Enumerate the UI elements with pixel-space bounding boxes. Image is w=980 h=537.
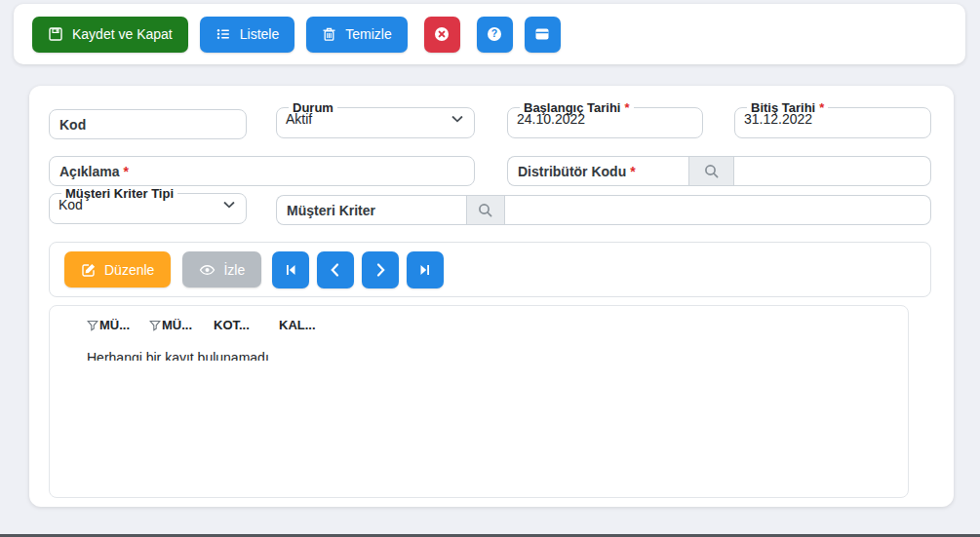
trash-icon <box>322 26 336 42</box>
nav-next-button[interactable] <box>362 251 399 288</box>
grid-header-row: MÜ... MÜ... KOT... KAL... <box>87 318 908 332</box>
musteri-kriter-search-button[interactable] <box>466 195 505 225</box>
distributor-search-button[interactable] <box>688 156 734 186</box>
eye-icon <box>199 262 216 278</box>
list-label: Listele <box>240 26 279 42</box>
view-label: İzle <box>223 262 245 278</box>
clear-label: Temizle <box>345 26 391 42</box>
question-circle-icon: ? <box>486 25 503 43</box>
list-button[interactable]: Listele <box>200 17 294 53</box>
edit-button[interactable]: Düzenle <box>64 251 171 288</box>
filter-icon[interactable] <box>149 320 161 331</box>
form-row-1: Kod Durum Aktif Başlangıç Tarihi* 24.10.… <box>49 101 931 148</box>
baslangic-tarihi-value: 24.10.2022 <box>517 111 585 127</box>
close-button[interactable] <box>424 17 460 53</box>
save-icon <box>48 26 63 42</box>
nav-first-button[interactable] <box>272 251 309 288</box>
results-grid: MÜ... MÜ... KOT... KAL... Herhangi bir k… <box>49 305 909 498</box>
search-icon <box>703 163 721 180</box>
distributor-kodu-group: Distribütör Kodu* <box>507 156 931 186</box>
window-button[interactable] <box>525 17 561 53</box>
baslangic-tarihi-field[interactable]: Başlangıç Tarihi* 24.10.2022 <box>507 101 703 138</box>
save-and-close-button[interactable]: Kaydet ve Kapat <box>32 17 188 53</box>
durum-select[interactable]: Durum Aktif <box>276 101 475 138</box>
kod-field[interactable]: Kod <box>49 109 247 139</box>
musteri-kriter-tipi-value: Kod <box>59 197 83 212</box>
nav-prev-button[interactable] <box>317 251 354 288</box>
required-mark: * <box>624 100 629 115</box>
distributor-kodu-field[interactable]: Distribütör Kodu* <box>507 156 688 186</box>
window-icon <box>533 25 551 43</box>
musteri-kriter-field[interactable]: Müşteri Kriter <box>276 195 466 225</box>
form-row-3: Müşteri Kriter Tipi Kod Müşteri Kriter <box>49 187 931 232</box>
no-records-message: Herhangi bir kayıt bulunamadı <box>87 350 908 361</box>
chevron-down-icon <box>450 111 465 127</box>
help-button[interactable]: ? <box>477 17 513 53</box>
edit-icon <box>81 262 97 278</box>
skip-start-icon <box>283 262 298 278</box>
aciklama-field[interactable]: Açıklama* <box>49 156 475 186</box>
x-circle-icon <box>433 25 451 43</box>
musteri-kriter-tipi-select[interactable]: Müşteri Kriter Tipi Kod <box>49 187 247 224</box>
grid-column-header[interactable]: KOT... <box>214 318 279 332</box>
nav-last-button[interactable] <box>407 251 444 288</box>
chevron-right-icon <box>372 262 388 278</box>
svg-text:?: ? <box>491 27 497 39</box>
musteri-kriter-input[interactable] <box>287 203 456 218</box>
list-icon <box>216 26 231 42</box>
kod-input[interactable] <box>59 110 236 138</box>
chevron-down-icon <box>221 197 237 212</box>
record-action-bar: Düzenle İzle <box>49 242 931 297</box>
bitis-tarihi-value: 31.12.2022 <box>744 111 812 127</box>
form-row-2: Açıklama* Distribütör Kodu* <box>49 148 931 187</box>
musteri-kriter-result-input[interactable] <box>505 195 931 225</box>
save-and-close-label: Kaydet ve Kapat <box>72 26 173 42</box>
musteri-kriter-group: Müşteri Kriter <box>276 195 931 225</box>
distributor-kodu-result-input[interactable] <box>734 156 931 186</box>
view-button[interactable]: İzle <box>182 251 261 288</box>
top-toolbar: Kaydet ve Kapat Listele Temizle <box>14 4 965 64</box>
grid-column-header[interactable]: MÜ... <box>149 318 214 332</box>
bitis-tarihi-field[interactable]: Bitiş Tarihi* 31.12.2022 <box>734 101 931 138</box>
edit-label: Düzenle <box>104 262 154 278</box>
filter-icon[interactable] <box>87 320 98 331</box>
durum-value: Aktif <box>286 111 312 127</box>
skip-end-icon <box>417 262 433 278</box>
form-card: Kod Durum Aktif Başlangıç Tarihi* 24.10.… <box>29 86 954 507</box>
search-icon <box>477 202 494 219</box>
clear-button[interactable]: Temizle <box>306 17 407 53</box>
grid-column-header[interactable]: MÜ... <box>87 318 149 332</box>
aciklama-input[interactable] <box>59 157 464 185</box>
required-mark: * <box>819 100 824 115</box>
distributor-kodu-input[interactable] <box>518 164 679 179</box>
grid-column-header[interactable]: KAL... <box>279 318 347 332</box>
chevron-left-icon <box>328 262 343 278</box>
